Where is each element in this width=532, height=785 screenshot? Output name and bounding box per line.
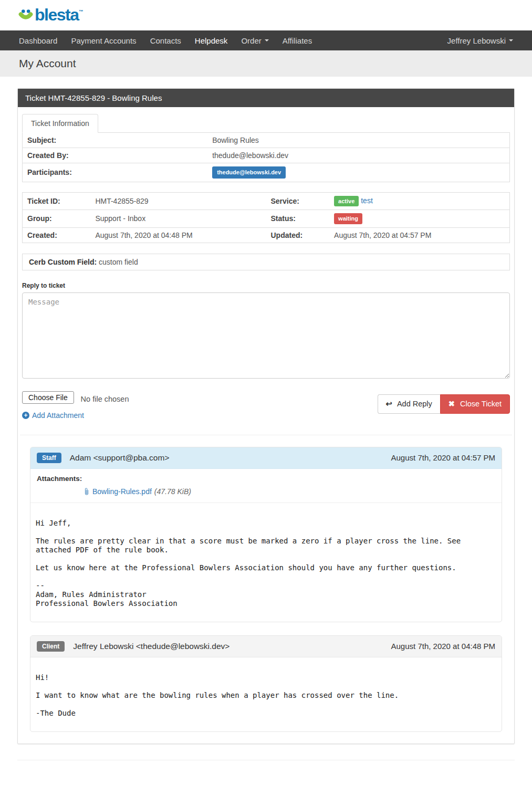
choose-file-button[interactable]: Choose File	[22, 391, 74, 404]
trademark-symbol: ™	[78, 9, 83, 14]
nav-item-dashboard[interactable]: Dashboard	[12, 30, 64, 50]
blesta-smiley-icon	[18, 8, 34, 25]
messages-divider	[20, 435, 512, 435]
message-header: Staff Adam <support@pba.com> August 7th,…	[30, 447, 502, 469]
table-row: Group: Support - Inbox Status: waiting	[23, 210, 510, 228]
message-body: Hi! I want to know what are the bowling …	[30, 657, 502, 731]
message-body: Hi Jeff, The rules are pretty clear in t…	[30, 503, 502, 622]
client-badge: Client	[37, 641, 65, 652]
updated-value: August 7th, 2020 at 04:57 PM	[329, 227, 509, 243]
paperclip-icon	[83, 488, 90, 495]
service-link[interactable]: test	[361, 196, 373, 205]
service-status-badge: active	[334, 196, 359, 207]
add-attachment-link[interactable]: + Add Attachment	[22, 411, 84, 420]
nav-item-affiliates[interactable]: Affiliates	[276, 30, 319, 50]
attachment-link[interactable]: Bowling-Rules.pdf	[92, 487, 152, 496]
nav-item-order-label: Order	[241, 36, 261, 45]
ticket-panel: Ticket HMT-42855-829 - Bowling Rules Tic…	[17, 88, 515, 744]
reply-message-input[interactable]	[22, 292, 510, 379]
created-label: Created:	[23, 227, 91, 243]
nav-item-payment-accounts[interactable]: Payment Accounts	[64, 30, 143, 50]
attachments-section: Attachments: Bowling-Rules.pdf (47.78 Ki…	[30, 469, 502, 503]
chevron-down-icon	[265, 39, 269, 41]
user-menu-label: Jeffrey Lebowski	[447, 36, 506, 45]
page-title-band: My Account	[0, 50, 532, 77]
nav-item-order[interactable]: Order	[234, 30, 275, 50]
table-row: Created By: thedude@lebowski.dev	[23, 148, 510, 163]
attachments-label: Attachments:	[37, 475, 495, 483]
footer-divider	[17, 760, 515, 760]
reply-actions-row: Choose File No file chosen + Add Attachm…	[22, 391, 510, 420]
ticket-panel-body: Ticket Information Subject: Bowling Rule…	[18, 107, 514, 744]
message-author: Jeffrey Lebowski <thedude@lebowski.dev>	[73, 642, 230, 651]
table-row: Participants: thedude@lebowski.dev	[23, 163, 510, 182]
staff-badge: Staff	[37, 453, 61, 463]
file-upload-area: Choose File No file chosen + Add Attachm…	[22, 391, 129, 420]
table-row: Ticket ID: HMT-42855-829 Service: active…	[23, 192, 510, 210]
message-staff: Staff Adam <support@pba.com> August 7th,…	[30, 447, 502, 622]
close-ticket-button[interactable]: ✖ Close Ticket	[440, 394, 510, 414]
status-label: Status:	[266, 210, 329, 228]
add-reply-button[interactable]: ↩ Add Reply	[378, 394, 440, 414]
ticket-panel-header: Ticket HMT-42855-829 - Bowling Rules	[18, 89, 514, 107]
custom-field-box: Cerb Custom Field: custom field	[22, 254, 510, 270]
attachment-item: Bowling-Rules.pdf (47.78 KiB)	[37, 487, 495, 496]
add-reply-label: Add Reply	[397, 400, 432, 408]
service-label: Service:	[266, 192, 329, 210]
tab-ticket-information[interactable]: Ticket Information	[22, 114, 98, 133]
add-attachment-label: Add Attachment	[32, 411, 84, 420]
page-title: My Account	[19, 57, 532, 70]
message-author: Adam <support@pba.com>	[70, 453, 170, 463]
main-navbar: Dashboard Payment Accounts Contacts Help…	[0, 30, 532, 50]
created-value: August 7th, 2020 at 04:48 PM	[90, 227, 266, 243]
ticket-details-table: Ticket ID: HMT-42855-829 Service: active…	[22, 192, 510, 243]
reply-button-group: ↩ Add Reply ✖ Close Ticket	[378, 394, 510, 414]
close-ticket-label: Close Ticket	[460, 400, 502, 408]
updated-label: Updated:	[266, 227, 329, 243]
ticket-id-label: Ticket ID:	[23, 192, 91, 210]
blesta-logo[interactable]: blesta ™	[18, 4, 83, 26]
nav-item-contacts[interactable]: Contacts	[143, 30, 188, 50]
message-date: August 7th, 2020 at 04:48 PM	[391, 642, 495, 651]
custom-field-label: Cerb Custom Field:	[29, 258, 97, 266]
table-row: Subject: Bowling Rules	[23, 133, 510, 148]
created-by-value: thedude@lebowski.dev	[207, 148, 509, 163]
participants-label: Participants:	[23, 163, 208, 182]
no-file-chosen-text: No file chosen	[81, 395, 129, 403]
custom-field-value: custom field	[99, 258, 138, 266]
brand-header: blesta ™	[0, 0, 532, 30]
status-badge: waiting	[334, 213, 362, 224]
close-x-icon: ✖	[448, 400, 455, 408]
user-menu[interactable]: Jeffrey Lebowski	[441, 30, 520, 50]
message-header: Client Jeffrey Lebowski <thedude@lebowsk…	[30, 636, 502, 657]
table-row: Created: August 7th, 2020 at 04:48 PM Up…	[23, 227, 510, 243]
reply-arrow-icon: ↩	[386, 400, 392, 408]
subject-label: Subject:	[23, 133, 208, 148]
logo-text: blesta	[35, 4, 78, 26]
subject-value: Bowling Rules	[207, 133, 509, 148]
ticket-id-value: HMT-42855-829	[90, 192, 266, 210]
group-value: Support - Inbox	[90, 210, 266, 228]
message-date: August 7th, 2020 at 04:57 PM	[391, 453, 495, 462]
created-by-label: Created By:	[23, 148, 208, 163]
group-label: Group:	[23, 210, 91, 228]
nav-item-helpdesk[interactable]: Helpdesk	[188, 30, 235, 50]
participant-badge: thedude@lebowski.dev	[212, 166, 286, 179]
ticket-summary-table: Subject: Bowling Rules Created By: thedu…	[22, 132, 510, 182]
message-client: Client Jeffrey Lebowski <thedude@lebowsk…	[30, 635, 502, 732]
attachment-size: (47.78 KiB)	[154, 487, 191, 496]
reply-section-label: Reply to ticket	[22, 282, 510, 289]
plus-circle-icon: +	[22, 412, 29, 419]
chevron-down-icon	[509, 39, 513, 41]
